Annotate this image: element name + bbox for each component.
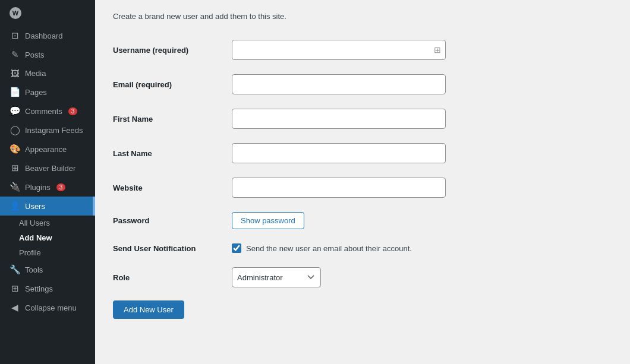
page-description: Create a brand new user and add them to … [113, 12, 612, 21]
comments-icon: 💬 [10, 106, 20, 116]
notification-row: Send User Notification Send the new user… [113, 236, 612, 260]
username-input[interactable] [232, 40, 446, 60]
sidebar-item-collapse[interactable]: ◀ Collapse menu [0, 298, 95, 317]
sidebar-label-tools: Tools [25, 265, 43, 274]
last-name-row: Last Name [113, 136, 612, 170]
website-label: Website [113, 170, 232, 205]
last-name-input[interactable] [232, 143, 446, 163]
sidebar-item-tools[interactable]: 🔧 Tools [0, 260, 95, 279]
collapse-icon: ◀ [10, 302, 20, 313]
sidebar-label-settings: Settings [25, 284, 53, 293]
last-name-label: Last Name [113, 136, 232, 170]
sidebar-item-posts[interactable]: ✎ Posts [0, 45, 95, 64]
sidebar-label-beaver: Beaver Builder [25, 164, 75, 173]
settings-icon: ⊞ [10, 283, 20, 294]
wordpress-logo-icon: W [10, 7, 21, 19]
dashboard-icon: ⊡ [10, 30, 20, 41]
comments-badge: 3 [68, 107, 78, 115]
sidebar-item-appearance[interactable]: 🎨 Appearance [0, 140, 95, 159]
sidebar-label-posts: Posts [25, 50, 45, 59]
beaver-icon: ⊞ [10, 163, 20, 173]
appearance-icon: 🎨 [10, 144, 20, 154]
sidebar-label-collapse: Collapse menu [25, 303, 77, 312]
sidebar-item-media[interactable]: 🖼 Media [0, 64, 95, 83]
sidebar-item-pages[interactable]: 📄 Pages [0, 83, 95, 102]
add-new-label: Add New [19, 233, 52, 242]
notification-checkbox-label: Send the new user an email about their a… [246, 244, 412, 253]
users-icon: 👤 [10, 201, 20, 211]
username-label: Username (required) [113, 33, 232, 67]
users-submenu: All Users Add New Profile [0, 216, 95, 260]
username-row: Username (required) ⊞ [113, 33, 612, 67]
sidebar-label-plugins: Plugins [25, 183, 51, 192]
all-users-label: All Users [19, 219, 50, 227]
active-indicator [93, 197, 95, 216]
sidebar-label-pages: Pages [25, 88, 47, 97]
first-name-label: First Name [113, 102, 232, 136]
sidebar-label-users: Users [25, 202, 45, 211]
sidebar-item-beaver[interactable]: ⊞ Beaver Builder [0, 159, 95, 178]
sidebar-subitem-profile[interactable]: Profile [0, 245, 95, 260]
email-label: Email (required) [113, 67, 232, 102]
sidebar-label-media: Media [25, 69, 46, 78]
first-name-input[interactable] [232, 109, 446, 129]
sidebar-item-comments[interactable]: 💬 Comments 3 [0, 102, 95, 121]
add-user-form: Username (required) ⊞ Email (required) F… [113, 33, 612, 295]
tools-icon: 🔧 [10, 264, 20, 275]
sidebar: W ⊡ Dashboard ✎ Posts 🖼 Media 📄 Pages 💬 … [0, 0, 95, 364]
main-content: Create a brand new user and add them to … [95, 0, 630, 364]
sidebar-item-settings[interactable]: ⊞ Settings [0, 279, 95, 298]
email-row: Email (required) [113, 67, 612, 102]
role-select[interactable]: Administrator Editor Author Contributor … [232, 267, 321, 287]
password-row: Password Show password [113, 205, 612, 236]
notification-checkbox[interactable] [232, 243, 241, 253]
add-new-user-button[interactable]: Add New User [113, 300, 184, 319]
email-input[interactable] [232, 74, 446, 94]
sidebar-label-instagram: Instagram Feeds [25, 126, 83, 135]
sidebar-item-users[interactable]: 👤 Users [0, 197, 95, 216]
sidebar-subitem-add-new[interactable]: Add New [0, 230, 95, 245]
show-password-button[interactable]: Show password [232, 212, 304, 229]
media-icon: 🖼 [10, 68, 20, 78]
profile-label: Profile [19, 248, 41, 257]
username-input-wrapper: ⊞ [232, 40, 446, 60]
sidebar-label-appearance: Appearance [25, 145, 67, 154]
role-row: Role Administrator Editor Author Contrib… [113, 260, 612, 295]
first-name-row: First Name [113, 102, 612, 136]
sidebar-label-comments: Comments [25, 107, 62, 116]
notification-wrapper: Send the new user an email about their a… [232, 243, 612, 253]
website-row: Website [113, 170, 612, 205]
sidebar-subitem-all-users[interactable]: All Users [0, 216, 95, 230]
sidebar-item-plugins[interactable]: 🔌 Plugins 3 [0, 178, 95, 197]
plugins-icon: 🔌 [10, 182, 20, 192]
plugins-badge: 3 [56, 183, 66, 191]
sidebar-item-instagram[interactable]: ◯ Instagram Feeds [0, 121, 95, 140]
password-label: Password [113, 205, 232, 236]
role-label: Role [113, 260, 232, 295]
pages-icon: 📄 [10, 87, 20, 97]
posts-icon: ✎ [10, 49, 20, 60]
sidebar-logo[interactable]: W [0, 0, 95, 26]
sidebar-label-dashboard: Dashboard [25, 31, 63, 40]
username-suggest-icon: ⊞ [434, 45, 441, 55]
notification-label: Send User Notification [113, 236, 232, 260]
sidebar-item-dashboard[interactable]: ⊡ Dashboard [0, 26, 95, 45]
instagram-icon: ◯ [10, 125, 20, 135]
website-input[interactable] [232, 178, 446, 198]
